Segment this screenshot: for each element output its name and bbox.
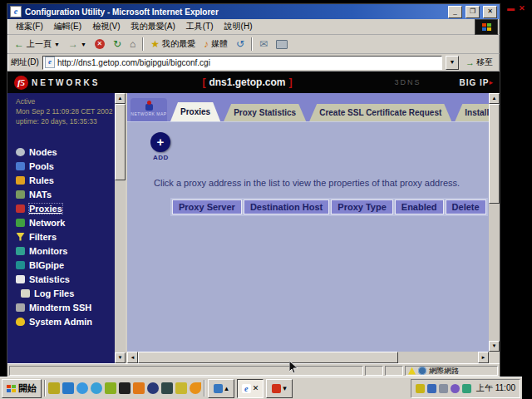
- scroll-up-icon[interactable]: ▲: [489, 93, 500, 104]
- scroll-thumb[interactable]: [489, 104, 500, 204]
- start-button[interactable]: 開始: [2, 379, 42, 398]
- history-button[interactable]: ↺: [233, 38, 248, 50]
- capture-close-icon[interactable]: ✕: [519, 4, 525, 12]
- ie-throbber-icon: [475, 19, 498, 35]
- menu-view[interactable]: 檢視(V): [87, 20, 125, 33]
- status-state: Active: [16, 96, 126, 106]
- maximize-button[interactable]: ❐: [466, 6, 480, 18]
- taskbar-clock[interactable]: 上午 11:00: [476, 382, 515, 394]
- title-bar[interactable]: e Configuration Utility - Microsoft Inte…: [7, 4, 500, 19]
- tab-create-ssl-certificate-request[interactable]: Create SSL Certificate Request: [309, 104, 451, 121]
- sidebar-item-statistics[interactable]: Statistics: [16, 272, 126, 286]
- network-map-button[interactable]: NETWORK MAP: [131, 98, 167, 121]
- msn-icon[interactable]: [76, 382, 88, 394]
- sidebar-item-bigpipe[interactable]: BIGpipe: [16, 258, 126, 272]
- scroll-left-icon[interactable]: ◄: [127, 352, 138, 363]
- sidebar-scrollbar[interactable]: ▲ ▼: [115, 93, 126, 363]
- home-button[interactable]: ⌂: [126, 38, 139, 50]
- internet-zone-icon: [418, 367, 426, 375]
- tab-proxy-statistics[interactable]: Proxy Statistics: [224, 104, 306, 121]
- product-3dns-link[interactable]: 3DNS: [394, 78, 421, 86]
- scroll-thumb[interactable]: [138, 352, 398, 363]
- nodes-icon: [16, 148, 25, 156]
- forward-dropdown-icon[interactable]: ▼: [81, 42, 86, 47]
- sidebar-item-monitors[interactable]: Monitors: [16, 244, 126, 258]
- scrollbar-corner: [489, 352, 500, 363]
- show-desktop-icon[interactable]: [48, 382, 60, 394]
- forward-button[interactable]: → ▼: [65, 38, 90, 50]
- sidebar-item-system-admin[interactable]: System Admin: [16, 314, 126, 328]
- alert-icon: [408, 367, 416, 375]
- media-player-icon[interactable]: [105, 382, 116, 394]
- netmeeting-icon[interactable]: [147, 382, 159, 394]
- acrobat-icon[interactable]: [161, 382, 173, 394]
- taskbar: 開始 ▴ e ✕ ▾: [0, 377, 522, 399]
- scroll-right-icon[interactable]: ►: [478, 352, 489, 363]
- back-dropdown-icon[interactable]: ▼: [54, 42, 60, 47]
- display-icon[interactable]: [427, 384, 436, 393]
- sidebar-item-rules[interactable]: Rules: [16, 173, 126, 187]
- menu-tools[interactable]: 工具(T): [181, 20, 219, 33]
- status-message-pane: [9, 366, 363, 376]
- menu-bar: 檔案(F) 編輯(E) 檢視(V) 我的最愛(A) 工具(T) 說明(H): [7, 19, 500, 35]
- stop-icon: ✕: [95, 39, 105, 49]
- back-button[interactable]: ← 上一頁 ▼: [11, 37, 63, 51]
- status-pane: [385, 366, 403, 376]
- sidebar-item-nodes[interactable]: Nodes: [16, 145, 126, 159]
- sidebar-item-log-files[interactable]: Log Files: [16, 286, 126, 300]
- capture-minimize-icon[interactable]: ▬: [507, 4, 515, 12]
- favorites-button[interactable]: ★ 我的最愛: [147, 37, 199, 51]
- address-input[interactable]: e http://dns1.getop.com/bigipgui/bigconf…: [42, 56, 442, 70]
- rules-icon: [16, 176, 25, 185]
- minimize-button[interactable]: _: [448, 6, 462, 18]
- stop-button[interactable]: ✕: [91, 38, 108, 50]
- sidebar-item-mindterm-ssh[interactable]: Mindterm SSH: [16, 300, 126, 314]
- menu-help[interactable]: 說明(H): [219, 20, 258, 33]
- task-button-document[interactable]: ▴: [208, 379, 234, 398]
- outlook-icon[interactable]: [133, 382, 145, 394]
- menu-file[interactable]: 檔案(F): [11, 20, 48, 33]
- task-button-mail[interactable]: ▾: [266, 379, 293, 398]
- mail-button[interactable]: ✉: [256, 38, 271, 50]
- sidebar-item-network[interactable]: Network: [16, 215, 126, 229]
- tab-proxies[interactable]: Proxies: [170, 102, 220, 121]
- menu-edit[interactable]: 編輯(E): [49, 20, 86, 33]
- print-button[interactable]: [273, 39, 291, 50]
- task-button-ie-active[interactable]: e ✕: [237, 379, 264, 398]
- mail-icon[interactable]: [190, 382, 201, 394]
- scroll-up-icon[interactable]: ▲: [115, 93, 126, 104]
- sidebar-item-nats[interactable]: NATs: [16, 187, 126, 201]
- f5-banner: f5 NETWORKS [dns1.getop.com] 3DNS BIG IP…: [7, 71, 500, 93]
- sidebar: Active Mon Sep 2 11:09:28 CET 2002 uptim…: [7, 93, 126, 363]
- scroll-thumb[interactable]: [115, 104, 126, 180]
- instruction-text: Click a proxy address in the list to vie…: [154, 178, 472, 188]
- add-proxy-button[interactable]: +: [150, 132, 170, 152]
- refresh-button[interactable]: ↻: [110, 38, 125, 50]
- mail-icon: ✉: [259, 39, 268, 49]
- address-dropdown-icon[interactable]: ▼: [446, 56, 459, 70]
- volume-icon[interactable]: [416, 384, 425, 393]
- main-horizontal-scrollbar[interactable]: ◄ ►: [127, 352, 489, 363]
- messenger-tray-icon[interactable]: [451, 384, 460, 393]
- console-icon[interactable]: [119, 382, 131, 394]
- media-button[interactable]: ♪ 媒體: [200, 37, 231, 51]
- network-icon[interactable]: [439, 384, 448, 393]
- menu-favorites[interactable]: 我的最愛(A): [126, 20, 180, 33]
- go-button[interactable]: → 移至: [462, 57, 496, 68]
- messenger-icon[interactable]: [91, 382, 102, 394]
- ie-icon: e: [242, 384, 251, 393]
- scroll-down-icon[interactable]: ▼: [489, 341, 500, 352]
- scroll-down-icon[interactable]: ▼: [115, 352, 126, 363]
- antivirus-icon[interactable]: [462, 384, 471, 393]
- main-vertical-scrollbar[interactable]: ▲ ▼: [489, 93, 500, 352]
- mail-window-icon: [272, 384, 281, 393]
- launch-ie-icon[interactable]: [62, 382, 74, 394]
- filters-icon: [16, 233, 25, 241]
- product-bigip-link[interactable]: BIG IP: [459, 78, 489, 87]
- sidebar-item-proxies[interactable]: Proxies: [16, 201, 126, 215]
- sidebar-item-filters[interactable]: Filters: [16, 229, 126, 244]
- sidebar-item-pools[interactable]: Pools: [16, 159, 126, 173]
- close-button[interactable]: ✕: [483, 6, 497, 18]
- refresh-icon: ↻: [113, 39, 121, 49]
- winamp-icon[interactable]: [175, 382, 187, 394]
